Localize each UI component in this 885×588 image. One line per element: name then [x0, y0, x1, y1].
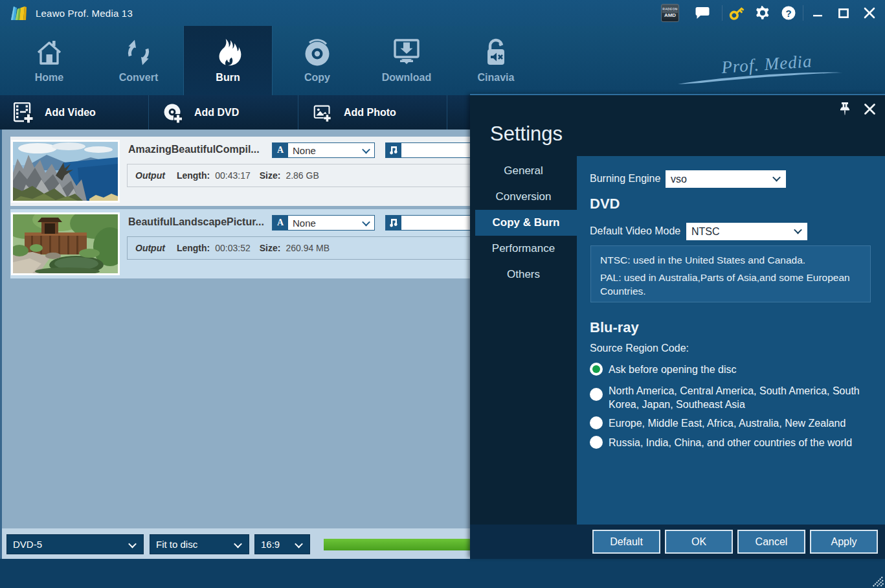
subtitle-value: None — [293, 218, 316, 229]
subtitle-value: None — [293, 145, 316, 156]
region-radio-a[interactable]: North America, Central America, South Am… — [590, 384, 880, 411]
ok-button[interactable]: OK — [665, 530, 733, 554]
status-bar — [0, 559, 885, 588]
burning-engine-value: vso — [671, 174, 687, 185]
subtitle-dropdown[interactable]: None — [288, 216, 374, 230]
video-mode-label: Default Video Mode — [590, 225, 680, 237]
nav-tab-download[interactable]: Download — [362, 26, 451, 95]
settings-footer: Default OK Cancel Apply — [470, 525, 885, 559]
nav-label: Convert — [119, 72, 158, 84]
length-value: 00:43:17 — [215, 170, 251, 181]
settings-title: Settings — [490, 122, 563, 146]
video-thumbnail-garden — [11, 212, 120, 275]
apply-button[interactable]: Apply — [810, 530, 878, 554]
length-value: 00:03:52 — [215, 243, 251, 253]
nav-tab-cinavia[interactable]: Cinavia — [451, 26, 541, 95]
nav-label: Copy — [304, 72, 330, 84]
cinavia-lock-icon — [482, 37, 510, 68]
download-icon — [391, 37, 422, 68]
home-icon — [34, 37, 64, 68]
nav-label: Download — [382, 72, 431, 84]
settings-tab-conversion[interactable]: Conversion — [470, 184, 577, 210]
media-title: BeautifulLandscapePictur... — [128, 216, 264, 228]
region-code-label: Source Region Code: — [590, 343, 689, 354]
amd-badge-box: RADEON AMD — [661, 4, 679, 22]
add-video-button[interactable]: Add Video — [0, 95, 149, 130]
length-label: Length: — [177, 243, 210, 253]
add-photo-icon — [313, 104, 332, 122]
output-label: Output — [135, 170, 165, 181]
resize-grip[interactable] — [872, 576, 884, 587]
cancel-button[interactable]: Cancel — [737, 530, 805, 554]
nav-tab-home[interactable]: Home — [5, 26, 94, 95]
add-dvd-icon — [163, 102, 183, 123]
subtitle-select[interactable]: A None — [272, 142, 375, 158]
amd-badge-line1: RADEON — [662, 7, 677, 12]
close-button[interactable] — [857, 0, 882, 26]
settings-tabs: General Conversion Copy & Burn Performan… — [470, 158, 577, 288]
settings-tab-general[interactable]: General — [470, 158, 577, 184]
pin-button[interactable] — [836, 100, 853, 117]
region-radio-ask[interactable]: Ask before opening the disc — [590, 363, 736, 376]
region-radio-b[interactable]: Europe, Middle East, Africa, Australia, … — [590, 416, 846, 430]
burning-engine-label: Burning Engine — [590, 173, 660, 185]
convert-icon — [124, 37, 153, 68]
video-mode-select[interactable]: NTSC — [686, 223, 807, 240]
chevron-down-icon — [129, 542, 135, 548]
radio-icon — [590, 416, 603, 429]
nav-label: Home — [35, 72, 63, 84]
subtitle-dropdown[interactable]: None — [288, 143, 374, 157]
size-value: 260.94 MB — [286, 243, 330, 253]
fit-mode-select[interactable]: Fit to disc — [150, 534, 249, 554]
settings-tab-performance[interactable]: Performance — [470, 236, 577, 262]
burning-engine-select[interactable]: vso — [666, 170, 786, 188]
amd-badge-line2: AMD — [664, 12, 676, 19]
subtitle-a-icon: A — [273, 143, 288, 157]
maximize-button[interactable] — [831, 0, 857, 26]
radio-selected-icon — [590, 363, 603, 376]
app-logo-icon — [10, 5, 29, 21]
titlebar: Leawo Prof. Media 13 RADEON AMD — [0, 0, 885, 26]
add-dvd-button[interactable]: Add DVD — [150, 95, 298, 130]
info-line-ntsc: NTSC: used in the United States and Cana… — [600, 253, 861, 267]
tray-separator — [722, 5, 723, 21]
size-label: Size: — [260, 243, 281, 253]
chevron-down-icon — [774, 175, 779, 181]
nav-label: Cinavia — [478, 72, 515, 84]
settings-tab-copy-burn[interactable]: Copy & Burn — [475, 210, 577, 236]
feedback-bubble-icon[interactable] — [689, 0, 715, 26]
region-radio-c[interactable]: Russia, India, China, and other countrie… — [590, 436, 852, 449]
bluray-section-heading: Blu-ray — [590, 319, 639, 336]
chevron-down-icon — [363, 148, 369, 153]
app-title: Leawo Prof. Media 13 — [36, 8, 133, 19]
media-title: AmazingBeautifulCompil... — [128, 144, 260, 155]
chevron-down-icon — [235, 542, 241, 548]
radio-label: Russia, India, China, and other countrie… — [609, 436, 852, 449]
video-mode-value: NTSC — [691, 226, 720, 238]
fit-mode-value: Fit to disc — [156, 539, 197, 550]
copy-disc-icon — [302, 37, 333, 68]
register-key-icon[interactable] — [724, 0, 750, 26]
settings-gear-icon[interactable] — [750, 0, 776, 26]
settings-tab-others[interactable]: Others — [470, 262, 577, 288]
help-icon[interactable]: ? — [776, 0, 801, 26]
video-thumbnail-mountain-coast — [11, 140, 120, 203]
subtitle-select[interactable]: A None — [272, 215, 375, 231]
minimize-button[interactable] — [805, 0, 831, 26]
nav-tab-burn[interactable]: Burn — [183, 26, 273, 95]
default-button[interactable]: Default — [592, 530, 660, 554]
disc-type-select[interactable]: DVD-5 — [6, 534, 144, 554]
nav-tab-copy[interactable]: Copy — [273, 26, 362, 95]
nav-tab-convert[interactable]: Convert — [94, 26, 183, 95]
chevron-down-icon — [363, 220, 369, 226]
amd-radeon-badge[interactable]: RADEON AMD — [657, 0, 683, 26]
aspect-ratio-select[interactable]: 16:9 — [254, 534, 310, 554]
settings-close-icon[interactable] — [861, 100, 878, 117]
subtitle-a-icon: A — [273, 216, 288, 230]
tray: RADEON AMD — [657, 0, 885, 26]
video-mode-info-box: NTSC: used in the United States and Cana… — [590, 245, 871, 302]
add-photo-button[interactable]: Add Photo — [299, 95, 447, 130]
audio-note-icon — [386, 143, 401, 157]
audio-note-icon — [386, 216, 401, 230]
tray-separator — [803, 5, 803, 21]
